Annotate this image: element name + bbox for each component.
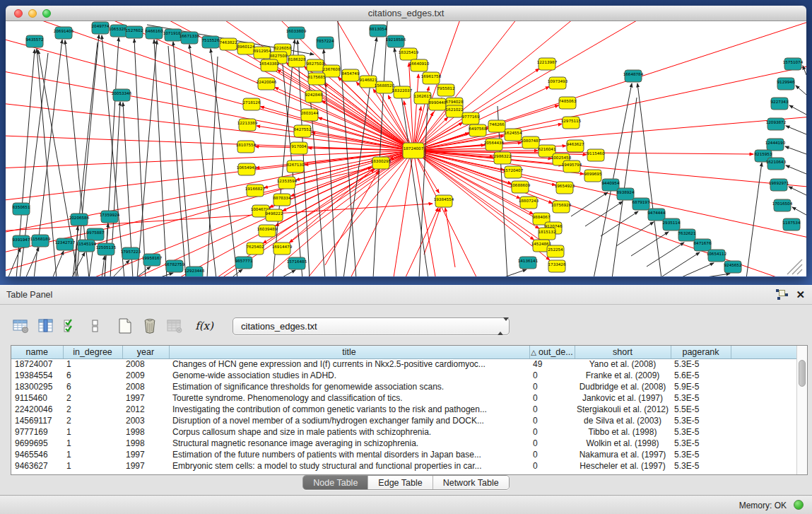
citation-edge[interactable] [413,151,806,276]
function-builder-icon[interactable]: f(x) [194,315,215,337]
column-header-short[interactable]: short [575,346,671,358]
column-header-year[interactable]: year [122,346,169,358]
table-row[interactable]: 911546021997Tourette syndrome. Phenomeno… [11,392,797,404]
resize-grip-icon[interactable] [792,264,802,274]
edge[interactable] [786,126,806,134]
float-window-icon[interactable] [776,289,787,300]
column-header-in_degree[interactable]: in_degree [63,346,122,358]
graph-node[interactable] [403,143,424,158]
table-row[interactable]: 2242004622012Investigating the contribut… [11,404,797,415]
graph-node-label: 19166827 [245,187,266,191]
table-scrollbar[interactable] [796,346,807,475]
edge[interactable] [571,192,608,216]
edge[interactable] [647,243,684,267]
graph-node-label: 19892971 [769,181,789,185]
table-row[interactable]: 1456911722003Disruption of a novel membe… [11,415,797,426]
graph-node-label: 20564436 [484,141,505,145]
edge[interactable] [280,270,295,276]
tab-edge-table[interactable]: Edge Table [368,476,433,489]
edge[interactable] [616,222,654,246]
graph-node-label: 14524861 [531,242,552,246]
show-columns-icon[interactable] [35,315,57,337]
graph-node-label: 18107554 [236,143,257,147]
edge[interactable] [697,274,730,276]
graph-node-label: 12213389 [237,121,258,125]
edge[interactable] [785,146,806,154]
cell-short: Tibbo et al. (1998) [575,426,671,438]
edge[interactable] [324,49,336,276]
cell-short: Jankovic et al. (1997) [575,392,671,404]
table-row[interactable]: 946554611997Estimation of the future num… [11,449,797,460]
edge[interactable] [373,21,387,276]
delete-table-icon[interactable] [164,315,185,337]
column-header-pagerank[interactable]: pagerank [671,346,731,358]
citation-edge[interactable] [424,208,440,255]
citation-edge[interactable] [6,134,413,151]
edge[interactable] [156,273,173,276]
edge[interactable] [789,187,806,195]
edge[interactable] [789,105,806,115]
table-row[interactable]: 1830029562008Estimation of significance … [11,381,797,392]
cell-pagerank: 5.3E-5 [671,358,731,370]
graph-node-label: 252254 [548,247,563,252]
graph-node-label: 20206586 [69,216,90,220]
tab-network-table[interactable]: Network Table [433,476,509,489]
cell-pagerank: 5.3E-5 [671,415,731,426]
cell-pagerank: 5.3E-5 [671,460,731,472]
edge[interactable] [792,207,806,215]
edge[interactable] [102,35,124,276]
graph-node-label: 6794028 [446,100,464,104]
edge[interactable] [796,86,806,95]
edge[interactable] [585,201,623,226]
edge[interactable] [173,42,191,276]
tab-node-table[interactable]: Node Table [303,476,368,489]
edge[interactable] [211,49,237,276]
edge[interactable] [8,248,20,276]
edge[interactable] [786,165,806,174]
graph-node-label: 8175685 [308,75,326,79]
cell-in_degree: 1 [63,358,122,370]
citation-edge[interactable] [413,143,522,151]
network-window-titlebar[interactable]: citations_edges.txt [6,6,806,21]
table-scrollbar-thumb[interactable] [799,360,806,387]
table-row[interactable]: 969969511998Structural magnetic resonanc… [11,438,797,449]
cell-short: Nakamura et al. (1997) [575,449,671,460]
delete-column-icon[interactable] [139,315,160,337]
graph-node-label: 20053346 [112,91,132,95]
column-header-name[interactable]: name [11,346,63,358]
table-row[interactable]: 946362711997Embryonic stem cells: a mode… [11,460,797,472]
cell-in_degree: 6 [63,370,122,381]
edge[interactable] [678,263,714,276]
select-rows-icon[interactable] [60,315,81,337]
create-column-icon[interactable] [114,315,136,337]
edge[interactable] [500,269,526,276]
table-row[interactable]: 1872400712008Changes of HCN gene express… [11,358,797,370]
table-select-value: citations_edges.txt [241,321,317,332]
edge[interactable] [25,247,39,276]
resize-grip-icon[interactable] [797,269,802,274]
edge[interactable] [154,40,167,276]
edge[interactable] [112,260,129,276]
memory-ok-indicator[interactable] [794,500,804,510]
citation-edge[interactable] [445,208,455,267]
table-select-dropdown[interactable]: citations_edges.txt [233,317,510,335]
panel-close-icon[interactable]: ✕ [796,289,805,300]
cell-filler [731,392,797,404]
network-canvas[interactable]: 9435572206914062049774106532871527602646… [6,21,806,276]
clear-rows-icon[interactable] [85,315,106,337]
graph-node-label: 7463822 [220,40,237,45]
table-row[interactable]: 977716911998Corpus callosum shape and si… [11,426,797,438]
table-settings-icon[interactable] [11,315,32,337]
table-row[interactable]: 1938455462009Genome-wide association stu… [11,370,797,381]
citation-edge[interactable] [6,151,413,170]
column-header-out_de[interactable]: △out_de... [529,346,575,358]
edge[interactable] [637,83,661,276]
citation-edge[interactable] [413,151,500,276]
edge[interactable] [746,163,762,276]
edge[interactable] [631,232,669,256]
edge[interactable] [189,45,216,276]
citation-edge[interactable] [6,99,413,151]
graph-node-label: 9391947 [13,238,30,242]
edge[interactable] [662,252,700,276]
column-header-title[interactable]: title [169,346,529,358]
